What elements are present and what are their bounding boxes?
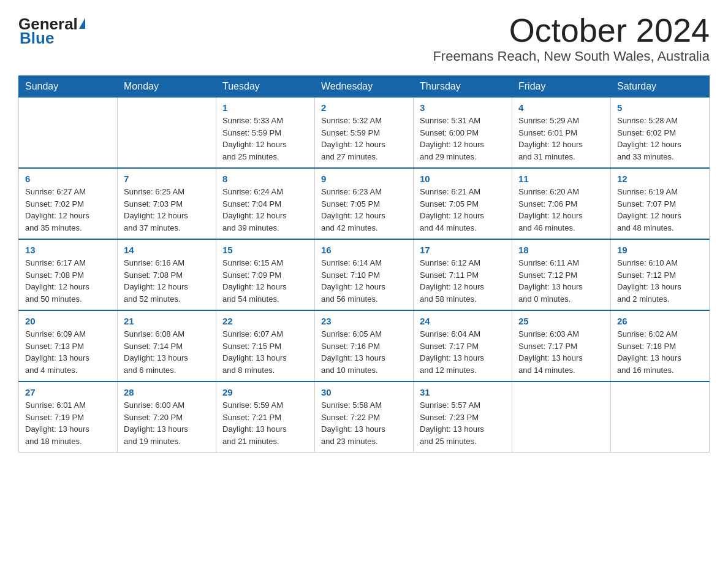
calendar-cell: 24Sunrise: 6:04 AM Sunset: 7:17 PM Dayli… (414, 310, 512, 381)
calendar-cell (19, 98, 118, 169)
calendar-cell: 12Sunrise: 6:19 AM Sunset: 7:07 PM Dayli… (611, 168, 710, 239)
calendar-cell: 22Sunrise: 6:07 AM Sunset: 7:15 PM Dayli… (216, 310, 315, 381)
day-info: Sunrise: 6:25 AM Sunset: 7:03 PM Dayligh… (124, 186, 210, 234)
day-number: 25 (518, 316, 604, 326)
calendar-cell: 31Sunrise: 5:57 AM Sunset: 7:23 PM Dayli… (414, 381, 512, 453)
day-info: Sunrise: 6:10 AM Sunset: 7:12 PM Dayligh… (617, 257, 703, 305)
day-info: Sunrise: 6:09 AM Sunset: 7:13 PM Dayligh… (25, 328, 111, 376)
calendar-cell: 30Sunrise: 5:58 AM Sunset: 7:22 PM Dayli… (315, 381, 414, 453)
day-info: Sunrise: 6:23 AM Sunset: 7:05 PM Dayligh… (321, 186, 407, 234)
calendar-cell: 8Sunrise: 6:24 AM Sunset: 7:04 PM Daylig… (216, 168, 315, 239)
day-number: 16 (321, 245, 407, 255)
day-info: Sunrise: 6:12 AM Sunset: 7:11 PM Dayligh… (420, 257, 506, 305)
day-info: Sunrise: 5:57 AM Sunset: 7:23 PM Dayligh… (420, 399, 506, 447)
day-info: Sunrise: 5:29 AM Sunset: 6:01 PM Dayligh… (518, 115, 604, 163)
calendar-cell: 16Sunrise: 6:14 AM Sunset: 7:10 PM Dayli… (315, 239, 414, 310)
day-info: Sunrise: 5:28 AM Sunset: 6:02 PM Dayligh… (617, 115, 703, 163)
day-number: 26 (617, 316, 703, 326)
logo: General Blue (18, 12, 85, 48)
logo-triangle-icon (79, 18, 85, 29)
day-info: Sunrise: 6:08 AM Sunset: 7:14 PM Dayligh… (124, 328, 210, 376)
calendar-cell: 29Sunrise: 5:59 AM Sunset: 7:21 PM Dayli… (216, 381, 315, 453)
day-number: 21 (124, 316, 210, 326)
calendar-cell: 15Sunrise: 6:15 AM Sunset: 7:09 PM Dayli… (216, 239, 315, 310)
day-info: Sunrise: 6:19 AM Sunset: 7:07 PM Dayligh… (617, 186, 703, 234)
day-number: 27 (25, 387, 111, 397)
day-info: Sunrise: 6:02 AM Sunset: 7:18 PM Dayligh… (617, 328, 703, 376)
day-info: Sunrise: 6:27 AM Sunset: 7:02 PM Dayligh… (25, 186, 111, 234)
calendar-week-row: 13Sunrise: 6:17 AM Sunset: 7:08 PM Dayli… (19, 239, 710, 310)
day-info: Sunrise: 6:03 AM Sunset: 7:17 PM Dayligh… (518, 328, 604, 376)
calendar-cell (611, 381, 710, 453)
calendar-header-friday: Friday (512, 76, 611, 98)
day-number: 28 (124, 387, 210, 397)
day-number: 2 (321, 102, 407, 113)
day-number: 6 (25, 174, 111, 184)
calendar-cell: 4Sunrise: 5:29 AM Sunset: 6:01 PM Daylig… (512, 98, 611, 169)
day-number: 1 (222, 102, 308, 113)
calendar-cell: 3Sunrise: 5:31 AM Sunset: 6:00 PM Daylig… (414, 98, 512, 169)
day-number: 31 (420, 387, 506, 397)
calendar-cell: 27Sunrise: 6:01 AM Sunset: 7:19 PM Dayli… (19, 381, 118, 453)
calendar-header-sunday: Sunday (19, 76, 118, 98)
calendar-cell: 9Sunrise: 6:23 AM Sunset: 7:05 PM Daylig… (315, 168, 414, 239)
calendar-cell: 5Sunrise: 5:28 AM Sunset: 6:02 PM Daylig… (611, 98, 710, 169)
calendar-cell: 21Sunrise: 6:08 AM Sunset: 7:14 PM Dayli… (118, 310, 216, 381)
day-number: 15 (222, 245, 308, 255)
day-info: Sunrise: 5:59 AM Sunset: 7:21 PM Dayligh… (222, 399, 308, 447)
day-info: Sunrise: 6:15 AM Sunset: 7:09 PM Dayligh… (222, 257, 308, 305)
calendar-cell: 26Sunrise: 6:02 AM Sunset: 7:18 PM Dayli… (611, 310, 710, 381)
page-header: General Blue October 2024 Freemans Reach… (18, 12, 710, 72)
day-info: Sunrise: 5:31 AM Sunset: 6:00 PM Dayligh… (420, 115, 506, 163)
day-info: Sunrise: 6:01 AM Sunset: 7:19 PM Dayligh… (25, 399, 111, 447)
day-info: Sunrise: 5:32 AM Sunset: 5:59 PM Dayligh… (321, 115, 407, 163)
day-number: 17 (420, 245, 506, 255)
day-number: 9 (321, 174, 407, 184)
day-number: 14 (124, 245, 210, 255)
calendar-cell: 23Sunrise: 6:05 AM Sunset: 7:16 PM Dayli… (315, 310, 414, 381)
calendar-week-row: 27Sunrise: 6:01 AM Sunset: 7:19 PM Dayli… (19, 381, 710, 453)
day-info: Sunrise: 6:24 AM Sunset: 7:04 PM Dayligh… (222, 186, 308, 234)
day-number: 5 (617, 102, 703, 113)
day-number: 3 (420, 102, 506, 113)
day-info: Sunrise: 6:14 AM Sunset: 7:10 PM Dayligh… (321, 257, 407, 305)
calendar-cell: 2Sunrise: 5:32 AM Sunset: 5:59 PM Daylig… (315, 98, 414, 169)
calendar-header-tuesday: Tuesday (216, 76, 315, 98)
calendar-cell: 19Sunrise: 6:10 AM Sunset: 7:12 PM Dayli… (611, 239, 710, 310)
day-info: Sunrise: 6:00 AM Sunset: 7:20 PM Dayligh… (124, 399, 210, 447)
day-info: Sunrise: 6:11 AM Sunset: 7:12 PM Dayligh… (518, 257, 604, 305)
day-number: 20 (25, 316, 111, 326)
calendar-header-saturday: Saturday (611, 76, 710, 98)
calendar-header-row: SundayMondayTuesdayWednesdayThursdayFrid… (19, 76, 710, 98)
location-title: Freemans Reach, New South Wales, Austral… (433, 48, 710, 64)
day-number: 7 (124, 174, 210, 184)
calendar-cell: 10Sunrise: 6:21 AM Sunset: 7:05 PM Dayli… (414, 168, 512, 239)
day-number: 13 (25, 245, 111, 255)
calendar-cell: 11Sunrise: 6:20 AM Sunset: 7:06 PM Dayli… (512, 168, 611, 239)
calendar-cell: 28Sunrise: 6:00 AM Sunset: 7:20 PM Dayli… (118, 381, 216, 453)
day-number: 8 (222, 174, 308, 184)
day-info: Sunrise: 6:05 AM Sunset: 7:16 PM Dayligh… (321, 328, 407, 376)
day-number: 23 (321, 316, 407, 326)
day-info: Sunrise: 6:04 AM Sunset: 7:17 PM Dayligh… (420, 328, 506, 376)
calendar-cell: 25Sunrise: 6:03 AM Sunset: 7:17 PM Dayli… (512, 310, 611, 381)
day-info: Sunrise: 6:16 AM Sunset: 7:08 PM Dayligh… (124, 257, 210, 305)
day-number: 11 (518, 174, 604, 184)
day-number: 18 (518, 245, 604, 255)
day-info: Sunrise: 6:20 AM Sunset: 7:06 PM Dayligh… (518, 186, 604, 234)
calendar-header-monday: Monday (118, 76, 216, 98)
day-number: 24 (420, 316, 506, 326)
calendar-table: SundayMondayTuesdayWednesdayThursdayFrid… (18, 75, 710, 453)
calendar-cell: 6Sunrise: 6:27 AM Sunset: 7:02 PM Daylig… (19, 168, 118, 239)
day-number: 22 (222, 316, 308, 326)
calendar-cell: 13Sunrise: 6:17 AM Sunset: 7:08 PM Dayli… (19, 239, 118, 310)
day-number: 30 (321, 387, 407, 397)
calendar-cell: 17Sunrise: 6:12 AM Sunset: 7:11 PM Dayli… (414, 239, 512, 310)
calendar-week-row: 1Sunrise: 5:33 AM Sunset: 5:59 PM Daylig… (19, 98, 710, 169)
calendar-week-row: 6Sunrise: 6:27 AM Sunset: 7:02 PM Daylig… (19, 168, 710, 239)
calendar-header-wednesday: Wednesday (315, 76, 414, 98)
day-number: 10 (420, 174, 506, 184)
calendar-cell (118, 98, 216, 169)
day-number: 29 (222, 387, 308, 397)
month-title: October 2024 (433, 12, 710, 48)
